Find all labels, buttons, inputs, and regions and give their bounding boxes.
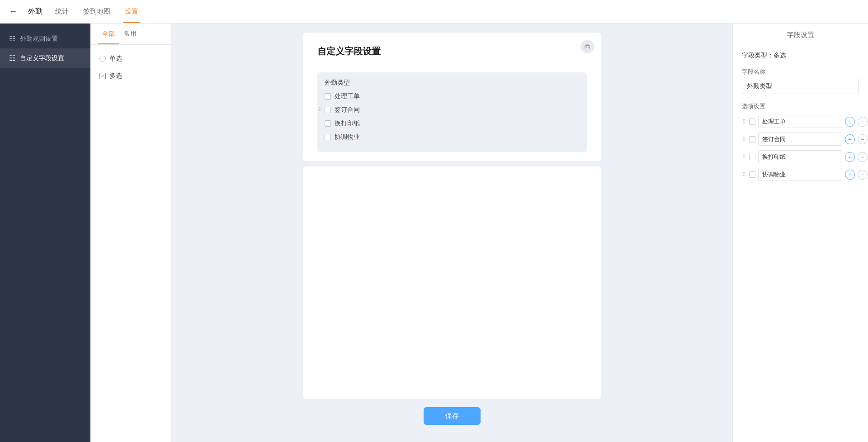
app-title: 外勤 — [28, 7, 42, 16]
option-checkbox-3[interactable] — [325, 120, 331, 127]
form-card-title: 自定义字段设置 — [317, 45, 587, 57]
left-tab-common[interactable]: 常用 — [119, 24, 141, 44]
option-add-btn-3[interactable]: + — [845, 152, 855, 162]
right-option-row-3: ⠿ + − — [742, 150, 859, 163]
checkbox-icon — [99, 73, 106, 79]
rules-icon: ☷ — [9, 34, 15, 43]
form-card-divider — [317, 65, 587, 65]
save-button[interactable]: 保存 — [424, 407, 481, 425]
left-panel-list: 单选 多选 — [90, 45, 171, 90]
left-panel-tabs: 全部 常用 — [90, 24, 171, 45]
left-panel: 全部 常用 单选 多选 — [90, 24, 172, 442]
sidebar: ☷ 外勤规则设置 ☷ 自定义字段设置 — [0, 24, 90, 442]
option-remove-btn-3[interactable]: − — [858, 152, 868, 162]
right-panel: 字段设置 字段类型：多选 字段名称 选项设置 ⠿ + − ⠿ + − ⠿ + − — [732, 24, 868, 442]
option-checkbox-2[interactable] — [325, 107, 331, 113]
option-add-btn-1[interactable]: + — [845, 117, 855, 127]
radio-icon — [99, 56, 106, 62]
list-item-checkbox[interactable]: 多选 — [90, 67, 171, 85]
svg-rect-1 — [586, 44, 589, 45]
right-option-row-2: ⠿ + − — [742, 133, 859, 146]
option-drag-3[interactable]: ⠿ — [742, 153, 746, 160]
sidebar-item-rules[interactable]: ☷ 外勤规则设置 — [0, 29, 90, 48]
right-field-name-input[interactable] — [742, 79, 859, 94]
back-button[interactable]: ← — [9, 7, 17, 16]
option-remove-btn-4[interactable]: − — [858, 170, 868, 180]
trash-icon — [584, 43, 590, 50]
option-label-4: 协调物业 — [335, 133, 360, 141]
empty-card — [303, 166, 601, 399]
right-options-label: 选项设置 — [742, 102, 859, 110]
main-layout: ☷ 外勤规则设置 ☷ 自定义字段设置 全部 常用 单选 多选 自定义字段设 — [0, 24, 868, 442]
option-input-1[interactable] — [758, 115, 842, 128]
option-check-3[interactable] — [749, 154, 755, 160]
option-input-2[interactable] — [758, 133, 842, 146]
option-add-btn-2[interactable]: + — [845, 134, 855, 144]
option-drag-1[interactable]: ⠿ — [742, 118, 746, 125]
option-checkbox-1[interactable] — [325, 93, 331, 100]
center-content: 自定义字段设置 外勤类型 处理工单 ⠿ — [172, 24, 732, 442]
right-option-row-1: ⠿ + − — [742, 115, 859, 128]
option-check-2[interactable] — [749, 136, 755, 143]
sidebar-item-fields[interactable]: ☷ 自定义字段设置 — [0, 48, 90, 68]
left-tab-all[interactable]: 全部 — [98, 24, 119, 44]
nav-tabs: 统计 签到地图 设置 — [53, 0, 140, 23]
option-label-1: 处理工单 — [335, 92, 360, 100]
field-option-row-1: 处理工单 — [325, 91, 580, 101]
fields-icon: ☷ — [9, 54, 15, 62]
field-block: 外勤类型 处理工单 ⠿ 签订合同 换打印纸 协调物业 — [317, 72, 587, 152]
checkbox-label: 多选 — [109, 72, 122, 80]
option-check-4[interactable] — [749, 171, 755, 178]
option-check-1[interactable] — [749, 119, 755, 125]
form-card: 自定义字段设置 外勤类型 处理工单 ⠿ — [303, 33, 601, 161]
option-label-2: 签订合同 — [335, 106, 360, 114]
right-field-type: 字段类型：多选 — [742, 52, 859, 60]
right-field-name-label: 字段名称 — [742, 68, 859, 76]
tab-map[interactable]: 签到地图 — [81, 0, 112, 23]
save-btn-wrap: 保存 — [303, 399, 601, 433]
option-input-4[interactable] — [758, 168, 842, 181]
option-remove-btn-1[interactable]: − — [858, 117, 868, 127]
radio-label: 单选 — [109, 55, 122, 63]
field-option-row-2: ⠿ 签订合同 — [325, 105, 580, 115]
tab-settings[interactable]: 设置 — [123, 0, 140, 23]
field-block-label: 外勤类型 — [325, 79, 580, 87]
option-drag-2[interactable]: ⠿ — [742, 136, 746, 143]
field-option-row-4: 协调物业 — [325, 132, 580, 142]
tab-stats[interactable]: 统计 — [53, 0, 71, 23]
right-option-row-4: ⠿ + − — [742, 168, 859, 181]
option-checkbox-4[interactable] — [325, 134, 331, 140]
sidebar-item-rules-label: 外勤规则设置 — [20, 35, 58, 43]
option-add-btn-4[interactable]: + — [845, 170, 855, 180]
delete-button[interactable] — [580, 40, 594, 53]
option-input-3[interactable] — [758, 150, 842, 163]
svg-rect-2 — [585, 46, 590, 49]
field-option-row-3: 换打印纸 — [325, 119, 580, 128]
right-panel-title: 字段设置 — [742, 31, 859, 45]
drag-handle-2[interactable]: ⠿ — [318, 107, 322, 113]
sidebar-item-fields-label: 自定义字段设置 — [20, 54, 64, 62]
option-drag-4[interactable]: ⠿ — [742, 171, 746, 178]
top-nav: ← 外勤 统计 签到地图 设置 — [0, 0, 868, 24]
option-label-3: 换打印纸 — [335, 119, 360, 128]
option-remove-btn-2[interactable]: − — [858, 134, 868, 144]
list-item-radio[interactable]: 单选 — [90, 50, 171, 67]
